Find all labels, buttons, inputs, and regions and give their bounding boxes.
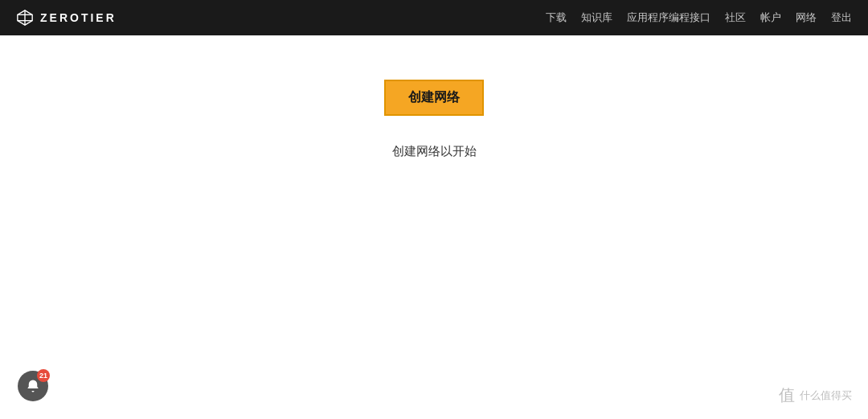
navbar: ZEROTIER 下载 知识库 应用程序编程接口 社区 帐户 网络 登出 — [0, 0, 868, 35]
main-content: 创建网络 创建网络以开始 — [0, 35, 868, 159]
bell-icon — [26, 379, 40, 393]
empty-state-message: 创建网络以开始 — [392, 144, 477, 159]
watermark-icon: 值 — [779, 384, 795, 406]
nav-account[interactable]: 帐户 — [760, 10, 781, 25]
nav-download[interactable]: 下载 — [546, 10, 567, 25]
nav-api[interactable]: 应用程序编程接口 — [627, 10, 710, 25]
nav-logout[interactable]: 登出 — [831, 10, 852, 25]
nav-links: 下载 知识库 应用程序编程接口 社区 帐户 网络 登出 — [546, 10, 852, 25]
create-network-button[interactable]: 创建网络 — [384, 80, 484, 116]
notification-bell[interactable]: 21 — [18, 371, 48, 401]
nav-kb[interactable]: 知识库 — [581, 10, 612, 25]
notification-badge: 21 — [37, 369, 50, 382]
nav-network[interactable]: 网络 — [796, 10, 817, 25]
nav-community[interactable]: 社区 — [725, 10, 746, 25]
logo-text: ZEROTIER — [40, 11, 117, 24]
watermark: 值 什么值得买 — [779, 384, 852, 406]
zerotier-logo-icon — [16, 9, 34, 27]
logo[interactable]: ZEROTIER — [16, 9, 117, 27]
watermark-label: 什么值得买 — [800, 388, 852, 403]
